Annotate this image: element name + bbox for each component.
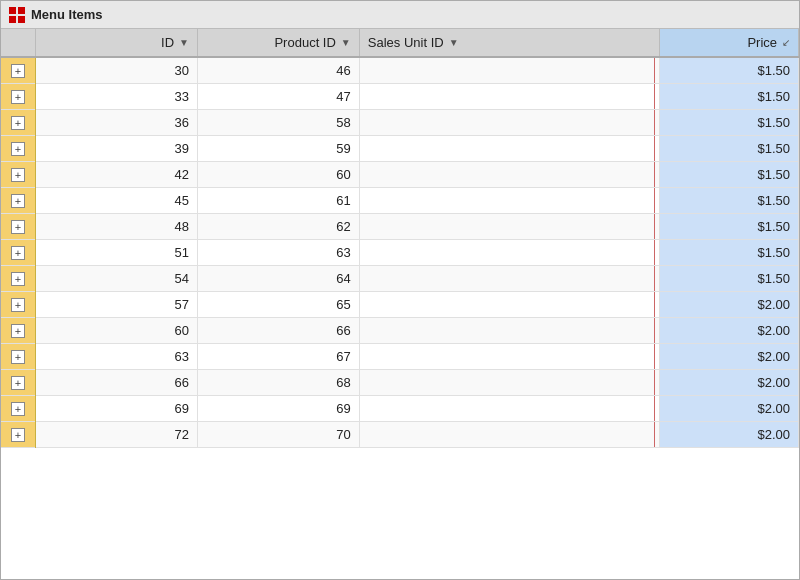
price-cell: $2.00 xyxy=(660,422,799,448)
svg-rect-2 xyxy=(9,16,16,23)
col-header-price[interactable]: Price ↙ xyxy=(660,29,799,57)
product-id-filter-icon[interactable]: ▼ xyxy=(341,37,351,48)
table-row: +6066$2.00 xyxy=(1,318,799,344)
price-filter-icon[interactable]: ↙ xyxy=(782,37,790,48)
expand-cell[interactable]: + xyxy=(1,318,36,344)
column-separator xyxy=(654,188,655,213)
product-id-cell: 70 xyxy=(197,422,359,448)
sales-unit-cell xyxy=(359,422,660,448)
price-cell: $1.50 xyxy=(660,57,799,84)
price-cell: $1.50 xyxy=(660,162,799,188)
product-id-cell: 69 xyxy=(197,396,359,422)
expand-cell[interactable]: + xyxy=(1,370,36,396)
table-row: +6367$2.00 xyxy=(1,344,799,370)
expand-button[interactable]: + xyxy=(11,90,25,104)
price-cell: $1.50 xyxy=(660,136,799,162)
expand-cell[interactable]: + xyxy=(1,266,36,292)
table-row: +4260$1.50 xyxy=(1,162,799,188)
column-separator xyxy=(654,396,655,421)
expand-button[interactable]: + xyxy=(11,298,25,312)
table-row: +6969$2.00 xyxy=(1,396,799,422)
sales-unit-cell xyxy=(359,240,660,266)
product-id-cell: 64 xyxy=(197,266,359,292)
product-id-cell: 58 xyxy=(197,110,359,136)
expand-cell[interactable]: + xyxy=(1,110,36,136)
id-filter-icon[interactable]: ▼ xyxy=(179,37,189,48)
expand-button[interactable]: + xyxy=(11,194,25,208)
expand-button[interactable]: + xyxy=(11,376,25,390)
product-id-cell: 63 xyxy=(197,240,359,266)
expand-button[interactable]: + xyxy=(11,428,25,442)
col-header-product-id[interactable]: Product ID ▼ xyxy=(197,29,359,57)
expand-cell[interactable]: + xyxy=(1,422,36,448)
price-cell: $2.00 xyxy=(660,396,799,422)
expand-button[interactable]: + xyxy=(11,142,25,156)
expand-cell[interactable]: + xyxy=(1,57,36,84)
product-id-cell: 65 xyxy=(197,292,359,318)
expand-button[interactable]: + xyxy=(11,246,25,260)
expand-button[interactable]: + xyxy=(11,220,25,234)
sales-unit-cell xyxy=(359,162,660,188)
sales-unit-cell xyxy=(359,57,660,84)
sales-unit-cell xyxy=(359,292,660,318)
expand-cell[interactable]: + xyxy=(1,292,36,318)
price-cell: $1.50 xyxy=(660,214,799,240)
product-id-cell: 67 xyxy=(197,344,359,370)
expand-button[interactable]: + xyxy=(11,402,25,416)
expand-cell[interactable]: + xyxy=(1,84,36,110)
expand-cell[interactable]: + xyxy=(1,214,36,240)
expand-button[interactable]: + xyxy=(11,272,25,286)
expand-button[interactable]: + xyxy=(11,324,25,338)
sales-unit-cell xyxy=(359,396,660,422)
table-row: +3658$1.50 xyxy=(1,110,799,136)
product-id-cell: 60 xyxy=(197,162,359,188)
col-header-sales-unit[interactable]: Sales Unit ID ▼ xyxy=(359,29,660,57)
expand-cell[interactable]: + xyxy=(1,162,36,188)
expand-button[interactable]: + xyxy=(11,116,25,130)
id-cell: 30 xyxy=(36,57,198,84)
expand-cell[interactable]: + xyxy=(1,188,36,214)
column-separator xyxy=(654,370,655,395)
price-cell: $2.00 xyxy=(660,344,799,370)
col-sales-unit-label: Sales Unit ID xyxy=(368,35,444,50)
header-row: ID ▼ Product ID ▼ Sales Unit ID ▼ xyxy=(1,29,799,57)
id-cell: 36 xyxy=(36,110,198,136)
table-row: +3046$1.50 xyxy=(1,57,799,84)
sales-unit-cell xyxy=(359,318,660,344)
product-id-cell: 46 xyxy=(197,57,359,84)
column-separator xyxy=(654,84,655,109)
table-row: +7270$2.00 xyxy=(1,422,799,448)
id-cell: 54 xyxy=(36,266,198,292)
main-window: Menu Items ID ▼ Product xyxy=(0,0,800,580)
window-title: Menu Items xyxy=(31,7,103,22)
expand-cell[interactable]: + xyxy=(1,240,36,266)
column-separator xyxy=(654,136,655,161)
expand-button[interactable]: + xyxy=(11,64,25,78)
id-cell: 60 xyxy=(36,318,198,344)
id-cell: 72 xyxy=(36,422,198,448)
sales-unit-cell xyxy=(359,188,660,214)
table-container[interactable]: ID ▼ Product ID ▼ Sales Unit ID ▼ xyxy=(1,29,799,579)
column-separator xyxy=(654,240,655,265)
expand-cell[interactable]: + xyxy=(1,396,36,422)
col-header-id[interactable]: ID ▼ xyxy=(36,29,198,57)
sales-unit-cell xyxy=(359,214,660,240)
sales-unit-cell xyxy=(359,84,660,110)
id-cell: 33 xyxy=(36,84,198,110)
table-row: +4561$1.50 xyxy=(1,188,799,214)
product-id-cell: 62 xyxy=(197,214,359,240)
sales-unit-filter-icon[interactable]: ▼ xyxy=(449,37,459,48)
price-cell: $1.50 xyxy=(660,110,799,136)
product-id-cell: 66 xyxy=(197,318,359,344)
expand-cell[interactable]: + xyxy=(1,136,36,162)
expand-button[interactable]: + xyxy=(11,168,25,182)
expand-cell[interactable]: + xyxy=(1,344,36,370)
table-row: +4862$1.50 xyxy=(1,214,799,240)
table-row: +5765$2.00 xyxy=(1,292,799,318)
column-separator xyxy=(654,318,655,343)
price-cell: $1.50 xyxy=(660,84,799,110)
table-row: +5464$1.50 xyxy=(1,266,799,292)
expand-button[interactable]: + xyxy=(11,350,25,364)
sales-unit-cell xyxy=(359,370,660,396)
sales-unit-cell xyxy=(359,344,660,370)
